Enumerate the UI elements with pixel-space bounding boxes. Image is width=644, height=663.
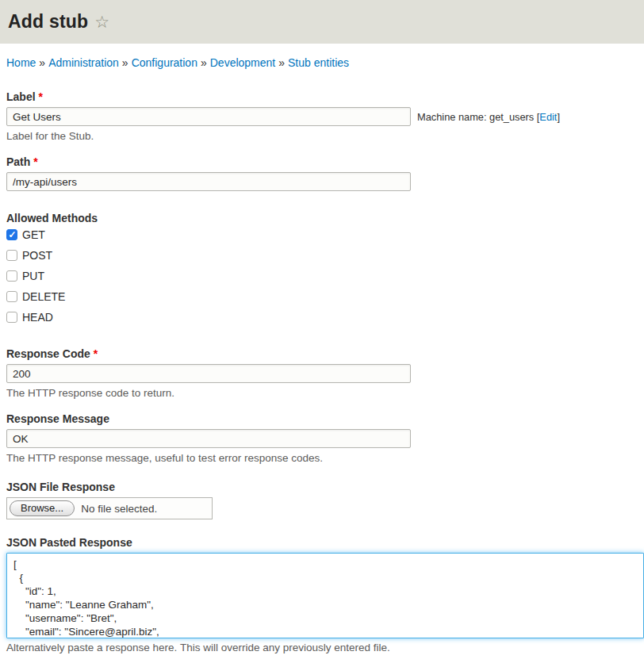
breadcrumb-separator: » [278,56,285,69]
method-option-put[interactable]: PUT [6,270,644,282]
path-field-label: Path * [6,155,644,168]
checkbox-post[interactable] [6,250,17,261]
json-pasted-description: Alternatively paste a response here. Thi… [6,642,644,653]
add-stub-form: Label * Machine name: get_users [Edit] L… [6,90,644,663]
method-label-delete: DELETE [22,290,65,303]
method-label-post: POST [22,249,52,262]
method-option-head[interactable]: HEAD [6,311,644,324]
browse-button[interactable]: Browse... [10,500,75,516]
path-field-item: Path * [6,155,644,191]
allowed-methods-item: Allowed Methods GET POST PUT DELETE HEAD [6,212,644,324]
breadcrumb-link-home[interactable]: Home [6,56,36,69]
path-input[interactable] [6,172,411,191]
response-message-input[interactable] [6,429,411,448]
response-message-description: The HTTP response message, useful to tes… [6,452,644,464]
label-input[interactable] [6,107,411,126]
json-pasted-item: JSON Pasted Response [ { "id": 1, "name"… [6,536,644,653]
breadcrumb-link-stub-entities[interactable]: Stub entities [288,56,349,69]
machine-name-text: Machine name: get_users [Edit] [417,111,560,123]
page-title: Add stub [8,11,88,33]
method-option-delete[interactable]: DELETE [6,290,644,303]
response-code-description: The HTTP response code to return. [6,387,644,399]
required-marker: * [94,347,98,360]
machine-name-edit-link[interactable]: Edit [539,111,557,123]
no-file-selected-text: No file selected. [81,503,157,515]
json-file-label: JSON File Response [6,481,644,493]
required-marker: * [38,90,42,103]
method-label-put: PUT [22,270,44,282]
json-pasted-label: JSON Pasted Response [6,536,644,549]
breadcrumb-link-development[interactable]: Development [210,56,276,69]
breadcrumb-separator: » [122,56,128,69]
file-input-box: Browse... No file selected. [6,497,213,519]
response-message-item: Response Message The HTTP response messa… [6,412,644,464]
required-marker: * [33,155,37,168]
label-field-item: Label * Machine name: get_users [Edit] L… [6,90,644,142]
breadcrumb: Home»Administration»Configuration»Develo… [6,56,644,69]
method-option-post[interactable]: POST [6,249,644,262]
checkbox-delete[interactable] [6,291,17,302]
page-header: Add stub ☆ [0,0,644,44]
response-code-input[interactable] [6,364,411,383]
main-content: Home»Administration»Configuration»Develo… [0,56,644,663]
response-code-label: Response Code * [6,347,644,360]
method-option-get[interactable]: GET [6,228,644,241]
allowed-methods-label: Allowed Methods [6,212,644,224]
checkbox-get[interactable] [6,229,17,240]
checkbox-put[interactable] [6,270,17,282]
checkbox-head[interactable] [6,312,17,323]
method-label-get: GET [22,228,45,241]
breadcrumb-link-administration[interactable]: Administration [48,56,119,69]
method-label-head: HEAD [22,311,53,324]
breadcrumb-link-configuration[interactable]: Configuration [132,56,197,69]
breadcrumb-separator: » [39,56,45,69]
breadcrumb-separator: » [201,56,207,69]
response-message-label: Response Message [6,412,644,425]
star-icon[interactable]: ☆ [94,13,109,30]
json-pasted-textarea[interactable]: [ { "id": 1, "name": "Leanne Graham", "u… [6,553,644,638]
json-file-item: JSON File Response Browse... No file sel… [6,481,644,519]
response-code-item: Response Code * The HTTP response code t… [6,347,644,399]
label-field-description: Label for the Stub. [6,130,644,142]
label-field-label: Label * [6,90,644,103]
